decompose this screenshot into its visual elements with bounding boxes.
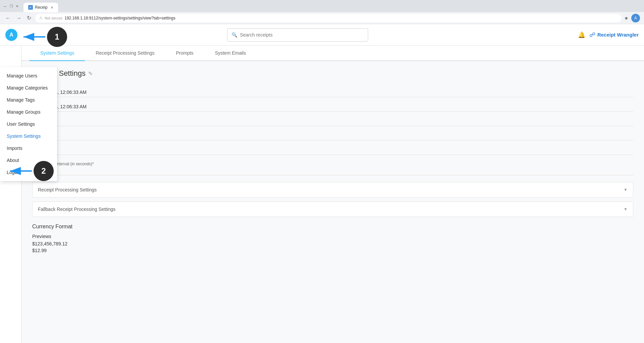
receipt-processing-chevron: ▼ — [624, 187, 628, 192]
reload-btn[interactable]: ↻ — [26, 14, 33, 22]
fallback-processing-section[interactable]: Fallback Receipt Processing Settings ▼ — [32, 202, 633, 217]
tab-prompts[interactable]: Prompts — [165, 46, 204, 61]
tab-favicon: R — [28, 5, 33, 10]
header-right: 🔔 ☍ Receipt Wrangler — [578, 31, 639, 39]
browser-chrome: — ❐ ✕ R Receip ✕ — [0, 0, 644, 12]
profile-btn[interactable]: A — [631, 14, 640, 22]
tab-bar: R Receip ✕ — [23, 0, 641, 12]
annotation-2-group: 2 — [7, 161, 54, 181]
browser-tab[interactable]: R Receip ✕ — [23, 3, 58, 12]
fallback-processing-title: Fallback Receipt Processing Settings — [38, 207, 115, 212]
brand-icon: ☍ — [589, 31, 595, 39]
content-tabs: System Settings Receipt Processing Setti… — [21, 46, 644, 61]
debug-ocr-field: ug OCR — [32, 133, 633, 140]
debug-ocr-value: ug OCR — [32, 133, 633, 140]
window-controls: — ❐ ✕ — [3, 4, 19, 8]
menu-item-manage-categories[interactable]: Manage Categories — [0, 82, 57, 94]
notification-bell[interactable]: 🔔 — [578, 31, 585, 39]
section-subtitle: ails — [32, 79, 633, 84]
close-btn-win[interactable]: ✕ — [15, 4, 19, 8]
menu-item-manage-tags[interactable]: Manage Tags — [0, 94, 57, 106]
search-input[interactable] — [240, 32, 364, 38]
forward-btn[interactable]: → — [15, 14, 23, 22]
currency-section: Currency Format Previews $123,456,789.12… — [32, 224, 633, 253]
currency-title: Currency Format — [32, 224, 633, 230]
tab-close-btn[interactable]: ✕ — [51, 6, 53, 9]
receipt-processing-title: Receipt Processing Settings — [38, 187, 97, 192]
created-field: Nov 1, 2024, 12:06:33 AM — [32, 90, 633, 97]
updated-field: Nov 1, 2024, 12:06:33 AM — [32, 104, 633, 112]
email-polling-field: Email polling interval (in seconds)* 180… — [32, 162, 633, 175]
brand-text: Receipt Wrangler — [597, 32, 639, 38]
email-polling-label: Email polling interval (in seconds)* — [32, 162, 633, 166]
dropdown-menu: 2 Manage Users Manage Categories Manage … — [0, 67, 57, 181]
tab-system-settings[interactable]: System Settings — [30, 46, 85, 61]
arrow-1-icon — [20, 30, 47, 44]
search-icon: 🔍 — [232, 32, 237, 38]
browser-nav: ← → ↻ ⚠ Not secure 192.168.1.18:9112/sys… — [0, 12, 644, 24]
minimize-btn[interactable]: — — [3, 4, 7, 8]
fallback-processing-chevron: ▼ — [624, 207, 628, 212]
email-polling-value: 1800 — [32, 168, 633, 175]
annotation-1-group: 1 — [20, 27, 67, 47]
header-left: A — [5, 29, 17, 41]
page-body: System Settings ✎ ails Nov 1, 2024, 12:0… — [21, 61, 644, 263]
tab-system-emails[interactable]: System Emails — [204, 46, 257, 61]
annotation-bubble-1: 1 — [47, 27, 67, 47]
menu-item-user-settings[interactable]: User Settings — [0, 118, 57, 130]
menu-item-system-settings[interactable]: System Settings — [0, 130, 57, 142]
avatar-btn[interactable]: A — [5, 29, 17, 41]
disable-local-value: ble Loc — [32, 118, 633, 126]
restore-btn[interactable]: ❐ — [9, 4, 13, 8]
lock-icon: ⚠ — [39, 16, 43, 20]
menu-item-manage-groups[interactable]: Manage Groups — [0, 106, 57, 118]
back-btn[interactable]: ← — [4, 14, 12, 22]
app-header: 1 A 🔍 🔔 ☍ Receipt Wrangler — [0, 24, 644, 46]
menu-item-imports[interactable]: Imports — [0, 142, 57, 154]
updated-value: Nov 1, 2024, 12:06:33 AM — [32, 104, 633, 112]
header-center: 🔍 — [17, 28, 578, 42]
preview-value-1: $123,456,789.12 — [32, 241, 633, 246]
tab-title: Receip — [35, 5, 47, 10]
tab-receipt-processing[interactable]: Receipt Processing Settings — [85, 46, 165, 61]
menu-item-manage-users[interactable]: Manage Users — [0, 70, 57, 82]
disable-local-field: ble Loc — [32, 118, 633, 126]
edit-icon[interactable]: ✎ — [88, 70, 93, 77]
receipt-processing-section[interactable]: Receipt Processing Settings ▼ — [32, 182, 633, 197]
not-secure-label: Not secure — [45, 16, 62, 20]
layout: 2 Manage Users Manage Categories Manage … — [0, 46, 644, 343]
bookmark-btn[interactable]: ★ — [624, 15, 629, 21]
brand: ☍ Receipt Wrangler — [589, 31, 639, 39]
arrow-2-icon — [7, 164, 34, 178]
created-value: Nov 1, 2024, 12:06:33 AM — [32, 90, 633, 97]
preview-value-2: $12.99 — [32, 248, 633, 253]
main-content: System Settings Receipt Processing Setti… — [21, 46, 644, 343]
annotation-bubble-2: 2 — [34, 161, 54, 181]
workers-field: of Workers* — [32, 147, 633, 155]
page-title-row: System Settings ✎ — [32, 69, 633, 78]
address-text: 192.168.1.18:9112/system-settings/settin… — [64, 16, 176, 20]
address-bar[interactable]: ⚠ Not secure 192.168.1.18:9112/system-se… — [35, 14, 622, 22]
previews-title: Previews — [32, 234, 633, 239]
search-box[interactable]: 🔍 — [227, 28, 368, 42]
workers-value: of Workers* — [32, 147, 633, 155]
